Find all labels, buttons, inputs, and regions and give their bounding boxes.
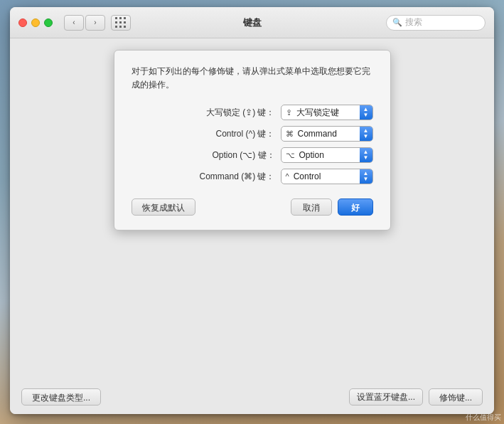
nav-buttons: ‹ › [64, 15, 105, 31]
minimize-button[interactable] [31, 18, 40, 27]
search-placeholder: 搜索 [405, 16, 422, 28]
watermark: 什么值得买 [466, 413, 501, 423]
grid-icon [115, 17, 127, 28]
caps-lock-select[interactable]: ⇪ 大写锁定键 ▲ ▼ [281, 105, 373, 120]
modifier-keys-dialog: 对于如下列出的每个修饰键，请从弹出式菜单中选取您想要它完成的操作。 大写锁定 (… [114, 50, 391, 230]
command-label: Command (⌘) 键： [199, 171, 274, 183]
main-window: ‹ › 键盘 🔍 搜索 对于如下列出的每个修饰键，请从弹出式菜单中选取您想要它完… [10, 7, 494, 414]
ok-button[interactable]: 好 [338, 198, 373, 216]
titlebar: ‹ › 键盘 🔍 搜索 [10, 7, 494, 38]
control-select[interactable]: ⌘ Command ▲ ▼ [281, 126, 373, 142]
form-row: 大写锁定 (⇪) 键： ⇪ 大写锁定键 ▲ ▼ [132, 105, 373, 120]
form-row: Control (^) 键： ⌘ Command ▲ ▼ [132, 126, 373, 142]
bottom-right-buttons: 设置蓝牙键盘... 修饰键... [349, 388, 483, 406]
option-select[interactable]: ⌥ Option ▲ ▼ [281, 147, 373, 163]
dialog-description: 对于如下列出的每个修饰键，请从弹出式菜单中选取您想要它完成的操作。 [132, 65, 373, 92]
control-label: Control (^) 键： [216, 128, 275, 140]
command-arrows: ▲ ▼ [360, 169, 372, 184]
form-row: Command (⌘) 键： ^ Control ▲ ▼ [132, 169, 373, 184]
restore-defaults-button[interactable]: 恢复成默认 [132, 198, 195, 216]
control-value: Command [298, 129, 360, 139]
command-select[interactable]: ^ Control ▲ ▼ [281, 169, 373, 184]
traffic-lights [18, 18, 53, 27]
search-box[interactable]: 🔍 搜索 [386, 15, 486, 31]
caps-lock-label: 大写锁定 (⇪) 键： [206, 107, 275, 119]
bluetooth-keyboard-button[interactable]: 设置蓝牙键盘... [349, 388, 423, 406]
command-value: Control [294, 171, 360, 181]
caps-lock-icon: ⇪ [282, 108, 296, 117]
caps-lock-arrows: ▲ ▼ [360, 105, 372, 120]
modifier-keys-button[interactable]: 修饰键... [429, 388, 483, 406]
cancel-button[interactable]: 取消 [291, 198, 332, 216]
window-title: 键盘 [243, 16, 262, 29]
content-area: 对于如下列出的每个修饰键，请从弹出式菜单中选取您想要它完成的操作。 大写锁定 (… [10, 38, 494, 414]
back-button[interactable]: ‹ [64, 15, 84, 31]
option-icon: ⌥ [282, 151, 299, 160]
bottom-bar: 更改键盘类型... 设置蓝牙键盘... 修饰键... [21, 388, 483, 406]
option-arrows: ▲ ▼ [360, 148, 372, 162]
maximize-button[interactable] [44, 18, 53, 27]
command-icon: ^ [282, 172, 294, 181]
confirm-cancel-group: 取消 好 [291, 198, 373, 216]
option-value: Option [299, 150, 360, 160]
control-arrows: ▲ ▼ [360, 127, 372, 141]
search-icon: 🔍 [392, 18, 402, 27]
option-label: Option (⌥) 键： [212, 149, 274, 161]
caps-lock-value: 大写锁定键 [296, 107, 360, 119]
forward-button[interactable]: › [85, 15, 105, 31]
change-keyboard-type-button[interactable]: 更改键盘类型... [21, 388, 101, 406]
form-row: Option (⌥) 键： ⌥ Option ▲ ▼ [132, 147, 373, 163]
form-rows: 大写锁定 (⇪) 键： ⇪ 大写锁定键 ▲ ▼ Control (^) 键： ⌘ [132, 105, 373, 184]
close-button[interactable] [18, 18, 27, 27]
control-icon: ⌘ [282, 129, 298, 139]
dialog-buttons: 恢复成默认 取消 好 [132, 198, 373, 216]
grid-view-button[interactable] [111, 15, 131, 31]
